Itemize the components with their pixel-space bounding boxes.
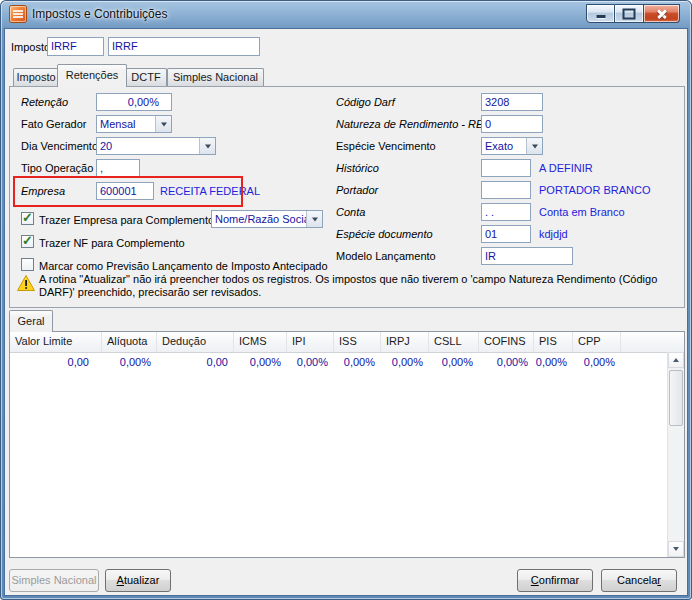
- imposto-name-input[interactable]: IRRF: [108, 37, 260, 56]
- trazer-nf-checkbox[interactable]: [21, 235, 34, 248]
- natureza-rendimento-label: Natureza de Rendimento - REINF: [336, 118, 501, 130]
- historico-input[interactable]: [481, 159, 531, 177]
- scroll-up-button[interactable]: [668, 352, 684, 368]
- header-cell: Dedução: [157, 332, 234, 352]
- cell-iss: 0,00%: [334, 355, 381, 371]
- especie-vencimento-label: Espécie Vencimento: [336, 140, 436, 152]
- table-row[interactable]: 0,00 0,00% 0,00 0,00% 0,00% 0,00% 0,00% …: [10, 355, 667, 371]
- header-cell: CPP: [573, 332, 621, 352]
- scroll-down-icon: [673, 547, 679, 551]
- trazer-empresa-checkbox[interactable]: [21, 212, 34, 225]
- header-cell: Valor Limite: [10, 332, 102, 352]
- chevron-down-icon: [526, 138, 542, 154]
- maximize-icon: [623, 8, 636, 19]
- header-cell: IPI: [287, 332, 334, 352]
- vertical-scrollbar[interactable]: [667, 352, 684, 557]
- conta-label: Conta: [336, 206, 365, 218]
- tipo-operacao-label: Tipo Operação: [21, 162, 93, 174]
- historico-label: Histórico: [336, 162, 379, 174]
- tipo-operacao-input[interactable]: ,: [96, 159, 140, 177]
- simples-nacional-button-label: Simples Nacional: [12, 574, 97, 586]
- imposto-code-input[interactable]: IRRF: [47, 37, 104, 56]
- cell-cpp: 0,00%: [573, 355, 621, 371]
- cell-aliquota: 0,00%: [102, 355, 157, 371]
- cell-valor-limite: 0,00: [10, 355, 102, 371]
- cell-pis: 0,00%: [534, 355, 573, 371]
- scrollbar-thumb[interactable]: [669, 370, 683, 426]
- atualizar-button[interactable]: Atualizar: [105, 569, 171, 592]
- codigo-darf-input[interactable]: 3208: [481, 93, 543, 111]
- confirmar-label-post: onfirmar: [539, 574, 579, 586]
- cancelar-button[interactable]: Cancelar: [601, 569, 677, 592]
- header-cell: ICMS: [234, 332, 287, 352]
- dia-vencimento-select[interactable]: 20: [96, 137, 216, 155]
- portador-label: Portador: [336, 184, 378, 196]
- tab-dctf[interactable]: DCTF: [125, 68, 167, 86]
- imposto-label: Imposto: [11, 41, 50, 53]
- confirmar-label-key: C: [531, 574, 539, 586]
- atualizar-label-post: tualizar: [124, 574, 159, 586]
- limits-table: Valor Limite Alíquota Dedução ICMS IPI I…: [9, 331, 685, 558]
- especie-documento-input[interactable]: 01: [481, 225, 531, 243]
- tab-simples-nacional[interactable]: Simples Nacional: [167, 68, 264, 86]
- especie-vencimento-select[interactable]: Exato: [481, 137, 543, 155]
- scroll-down-button[interactable]: [668, 541, 684, 557]
- header-cell: IRPJ: [381, 332, 429, 352]
- header-cell: CSLL: [429, 332, 479, 352]
- trazer-nf-label[interactable]: Trazer NF para Complemento: [39, 237, 185, 249]
- cell-cofins: 0,00%: [479, 355, 534, 371]
- window-title: Impostos e Contribuições: [32, 7, 167, 21]
- natureza-rendimento-input[interactable]: 0: [481, 115, 543, 133]
- tab-retencoes[interactable]: Retenções: [57, 64, 127, 87]
- dialog-window: Impostos e Contribuições Imposto IRRF IR…: [0, 0, 692, 600]
- title-bar[interactable]: Impostos e Contribuições: [0, 0, 692, 28]
- conta-input[interactable]: . .: [481, 203, 531, 221]
- portador-description: PORTADOR BRANCO: [539, 184, 650, 196]
- historico-description: A DEFINIR: [539, 162, 593, 174]
- minimize-button[interactable]: [586, 4, 615, 23]
- table-header: Valor Limite Alíquota Dedução ICMS IPI I…: [10, 332, 684, 353]
- warning-icon: [17, 275, 35, 293]
- dia-vencimento-value: 20: [100, 139, 112, 153]
- chevron-down-icon: [155, 116, 171, 132]
- close-button[interactable]: [644, 4, 680, 23]
- modelo-lancamento-input[interactable]: IR: [481, 247, 573, 265]
- dia-vencimento-label: Dia Vencimento: [21, 140, 98, 152]
- cancelar-label-key: r: [657, 574, 661, 586]
- portador-input[interactable]: [481, 181, 531, 199]
- fato-gerador-label: Fato Gerador: [21, 118, 86, 130]
- retencao-input[interactable]: 0,00%: [96, 93, 172, 111]
- cell-ipi: 0,00%: [287, 355, 334, 371]
- dialog-body: Imposto IRRF IRRF Imposto Retenções DCTF…: [4, 28, 688, 596]
- marcar-previsao-label[interactable]: Marcar como Previsão Lançamento de Impos…: [39, 260, 328, 272]
- cell-irpj: 0,00%: [381, 355, 429, 371]
- tab-geral[interactable]: Geral: [9, 310, 53, 332]
- header-cell: Alíquota: [102, 332, 157, 352]
- close-icon: [644, 5, 679, 22]
- cell-deducao: 0,00: [157, 355, 234, 371]
- modelo-lancamento-label: Modelo Lançamento: [336, 250, 436, 262]
- simples-nacional-button[interactable]: Simples Nacional: [9, 569, 99, 592]
- header-cell: PIS: [534, 332, 573, 352]
- header-filler: [621, 332, 684, 352]
- fato-gerador-value: Mensal: [100, 117, 135, 131]
- cancelar-label-pre: Cancela: [617, 574, 657, 586]
- codigo-darf-label: Código Darf: [336, 96, 395, 108]
- trazer-empresa-select[interactable]: Nome/Razão Social: [211, 210, 323, 228]
- especie-documento-label: Espécie documento: [336, 228, 433, 240]
- especie-documento-description: kdjdjd: [539, 228, 568, 240]
- confirmar-button[interactable]: Confirmar: [517, 569, 593, 592]
- retencao-label: Retenção: [21, 96, 68, 108]
- caption-buttons: [586, 4, 680, 23]
- fato-gerador-select[interactable]: Mensal: [96, 115, 172, 133]
- marcar-previsao-checkbox[interactable]: [21, 258, 34, 271]
- conta-description: Conta em Branco: [539, 206, 625, 218]
- warning-text: A rotina "Atualizar" não irá preencher t…: [39, 273, 679, 299]
- trazer-empresa-label[interactable]: Trazer Empresa para Complemento: [39, 214, 214, 226]
- tab-imposto[interactable]: Imposto: [13, 68, 59, 86]
- maximize-button[interactable]: [615, 4, 644, 23]
- cell-icms: 0,00%: [234, 355, 287, 371]
- scroll-up-icon: [673, 358, 679, 362]
- header-cell: COFINS: [479, 332, 534, 352]
- chevron-down-icon: [306, 211, 322, 227]
